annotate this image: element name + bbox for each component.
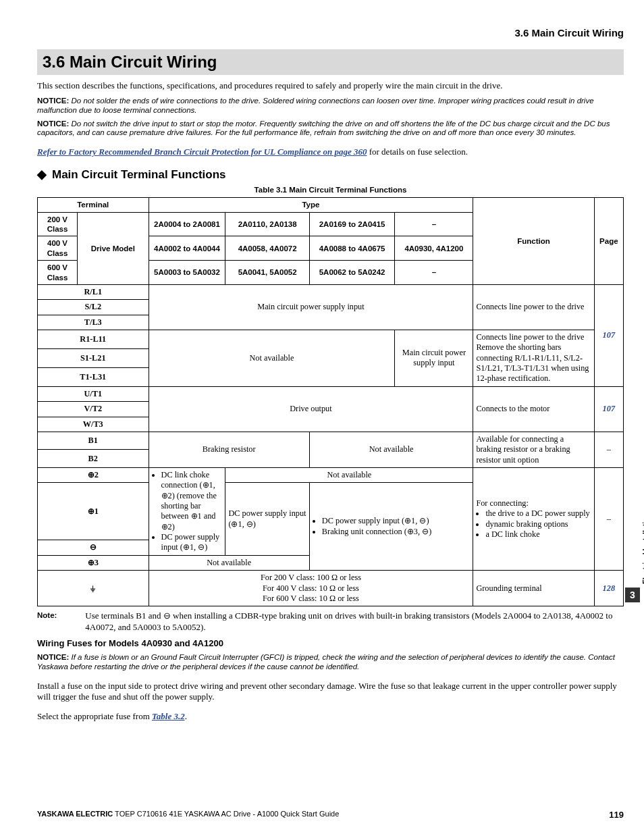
fuse-ref-tail: for details on fuse selection. bbox=[367, 147, 467, 157]
cell-na: Not available bbox=[149, 330, 395, 387]
chapter-badge: 3 bbox=[625, 588, 640, 602]
th-page: Page bbox=[594, 198, 623, 285]
cell: 4A0088 to 4A0675 bbox=[309, 236, 395, 261]
wiring-fuses-p2: Select the appropriate fuse from Table 3… bbox=[37, 711, 624, 722]
term-wt3: W/T3 bbox=[38, 417, 149, 432]
page-cell: – bbox=[594, 432, 623, 467]
cell-power-in2: Main circuit power supply input bbox=[395, 330, 473, 387]
li: DC link choke connection (⊕1, ⊕2) (remov… bbox=[161, 470, 223, 532]
th-function: Function bbox=[473, 198, 594, 285]
cell-na: Not available bbox=[309, 432, 473, 467]
cell-na: Not available bbox=[225, 467, 473, 482]
cell-dc-col1: DC link choke connection (⊕1, ⊕2) (remov… bbox=[149, 467, 225, 555]
wiring-fuses-p1: Install a fuse on the input side to prot… bbox=[37, 681, 624, 703]
th-type: Type bbox=[149, 198, 473, 212]
term-plus3: ⊕3 bbox=[38, 555, 149, 570]
li: Braking unit connection (⊕3, ⊖) bbox=[322, 527, 471, 537]
cell-na: Not available bbox=[149, 555, 309, 570]
term-ground: ⏚ bbox=[38, 571, 149, 606]
cell-braking: Braking resistor bbox=[149, 432, 309, 467]
cell: – bbox=[395, 212, 473, 236]
cell-func-power-in2: Connects line power to the drive Remove … bbox=[473, 330, 594, 387]
xref-branch-circuit[interactable]: Refer to Factory Recommended Branch Circ… bbox=[37, 147, 367, 157]
term-tl3: T/L3 bbox=[38, 315, 149, 330]
cell-func-dc: For connecting: the drive to a DC power … bbox=[473, 467, 594, 570]
table-caption: Table 3.1 Main Circuit Terminal Function… bbox=[37, 185, 624, 194]
cell: 2A0169 to 2A0415 bbox=[309, 212, 395, 236]
page-link[interactable]: 107 bbox=[594, 386, 623, 432]
li: a DC link choke bbox=[485, 529, 591, 540]
term-plus2: ⊕2 bbox=[38, 467, 149, 482]
cell: 4A0002 to 4A0044 bbox=[149, 236, 225, 261]
p2b: . bbox=[185, 711, 187, 721]
sub-heading-text: Main Circuit Terminal Functions bbox=[52, 167, 226, 182]
notice-label: NOTICE: bbox=[37, 653, 69, 661]
terminal-functions-table: Terminal Type Function Page 200 V Class … bbox=[37, 197, 624, 606]
page-link[interactable]: 107 bbox=[594, 284, 623, 386]
cell: – bbox=[395, 261, 473, 285]
cell-dc-col2: DC power supply input (⊕1, ⊖) bbox=[225, 483, 309, 556]
term-r1l11: R1-L11 bbox=[38, 330, 149, 349]
p2a: Select the appropriate fuse from bbox=[37, 711, 152, 721]
term-plus1: ⊕1 bbox=[38, 483, 149, 540]
th-200v: 200 V Class bbox=[38, 212, 78, 236]
page-header-right: 3.6 Main Circuit Wiring bbox=[37, 27, 624, 40]
intro-paragraph: This section describes the functions, sp… bbox=[37, 80, 624, 91]
section-title: 3.6 Main Circuit Wiring bbox=[37, 49, 624, 75]
th-drive-model: Drive Model bbox=[78, 212, 149, 284]
cell-func-out: Connects to the motor bbox=[473, 386, 594, 432]
sub-heading: ◆ Main Circuit Terminal Functions bbox=[37, 167, 624, 182]
cell: 5A0003 to 5A0032 bbox=[149, 261, 225, 285]
term-sl2: S/L2 bbox=[38, 300, 149, 315]
li: DC power supply input (⊕1, ⊖) bbox=[161, 532, 223, 553]
cell-func-braking: Available for connecting a braking resis… bbox=[473, 432, 594, 467]
notice-text: Do not solder the ends of wire connectio… bbox=[37, 97, 594, 114]
notice-1: NOTICE: Do not solder the ends of wire c… bbox=[37, 97, 624, 115]
cell-dc-col3: DC power supply input (⊕1, ⊖) Braking un… bbox=[309, 483, 473, 571]
cell: 5A0062 to 5A0242 bbox=[309, 261, 395, 285]
th-terminal: Terminal bbox=[38, 198, 149, 212]
notice-label: NOTICE: bbox=[37, 120, 69, 128]
term-t1l31: T1-L31 bbox=[38, 367, 149, 386]
li: dynamic braking options bbox=[485, 519, 591, 529]
note-label: Note: bbox=[37, 610, 83, 620]
cell-func-ground: Grounding terminal bbox=[473, 571, 594, 606]
dc-func-intro: For connecting: bbox=[476, 498, 529, 508]
wiring-fuses-notice: NOTICE: If a fuse is blown or an Ground … bbox=[37, 653, 624, 672]
term-s1l21: S1-L21 bbox=[38, 348, 149, 367]
notice-text: Do not switch the drive input to start o… bbox=[37, 120, 610, 137]
page-cell: – bbox=[594, 467, 623, 570]
term-b1: B1 bbox=[38, 432, 149, 450]
notice-text: If a fuse is blown or an Ground Fault Ci… bbox=[37, 653, 615, 671]
table-note: Note: Use terminals B1 and ⊖ when instal… bbox=[37, 610, 624, 633]
cell-power-in: Main circuit power supply input bbox=[149, 284, 473, 330]
cell: 2A0004 to 2A0081 bbox=[149, 212, 225, 236]
li: the drive to a DC power supply bbox=[485, 509, 591, 519]
side-tab-label: Electrical Installation bbox=[641, 513, 644, 584]
cell: 4A0058, 4A0072 bbox=[225, 236, 309, 261]
cell: 5A0041, 5A0052 bbox=[225, 261, 309, 285]
page-link[interactable]: 128 bbox=[594, 571, 623, 606]
li: DC power supply input (⊕1, ⊖) bbox=[322, 516, 471, 526]
diamond-icon: ◆ bbox=[37, 167, 47, 182]
notice-label: NOTICE: bbox=[37, 97, 69, 105]
fuse-ref-paragraph: Refer to Factory Recommended Branch Circ… bbox=[37, 147, 624, 157]
th-400v: 400 V Class bbox=[38, 236, 78, 261]
term-minus: ⊖ bbox=[38, 540, 149, 555]
cell-func-power-in: Connects line power to the drive bbox=[473, 284, 594, 330]
note-text: Use terminals B1 and ⊖ when installing a… bbox=[85, 610, 618, 633]
term-vt2: V/T2 bbox=[38, 402, 149, 417]
notice-2: NOTICE: Do not switch the drive input to… bbox=[37, 120, 624, 138]
th-600v: 600 V Class bbox=[38, 261, 78, 285]
cell-ground-desc: For 200 V class: 100 Ω or less For 400 V… bbox=[149, 571, 473, 606]
cell: 2A0110, 2A0138 bbox=[225, 212, 309, 236]
cell: 4A0930, 4A1200 bbox=[395, 236, 473, 261]
term-b2: B2 bbox=[38, 450, 149, 468]
term-rl1: R/L1 bbox=[38, 284, 149, 299]
cell-drive-out: Drive output bbox=[149, 386, 473, 432]
term-ut1: U/T1 bbox=[38, 386, 149, 401]
wiring-fuses-heading: Wiring Fuses for Models 4A0930 and 4A120… bbox=[37, 638, 624, 649]
xref-table32[interactable]: Table 3.2 bbox=[152, 711, 185, 721]
